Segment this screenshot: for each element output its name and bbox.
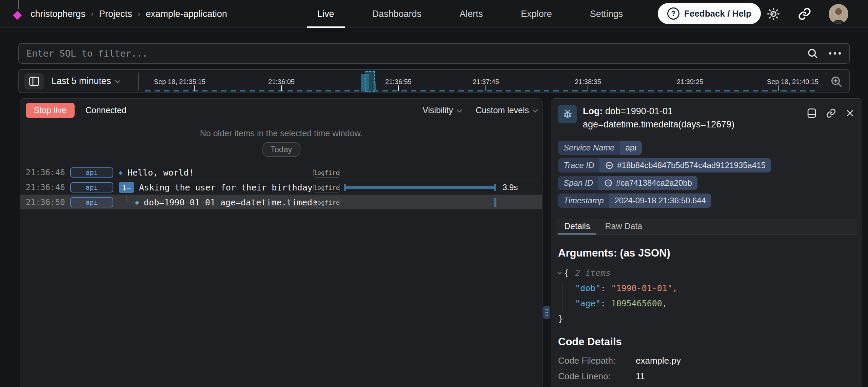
service-pill[interactable]: api: [70, 182, 113, 192]
empty-window-message: No older items in the selected time wind…: [20, 128, 542, 138]
user-avatar[interactable]: [829, 4, 848, 24]
code-lineno-value: 11: [636, 371, 645, 382]
span-duration-bar: [344, 186, 496, 189]
attr-service-name[interactable]: Service Name api: [558, 141, 642, 155]
log-diamond-icon: ◆: [135, 198, 139, 206]
timeline-selection[interactable]: [366, 71, 375, 92]
timeline-tick: 21:36:05: [268, 78, 295, 86]
code-filepath-label: Code Filepath:: [558, 355, 615, 366]
custom-levels-dropdown[interactable]: Custom levels: [476, 105, 537, 115]
tab-dashboards[interactable]: Dashboards: [353, 0, 441, 28]
more-options-icon[interactable]: [829, 52, 841, 55]
breadcrumb-project-name[interactable]: example-application: [146, 9, 227, 19]
tab-details[interactable]: Details: [558, 219, 596, 234]
log-message: Hello, world!: [127, 168, 194, 178]
zoom-in-icon[interactable]: [829, 74, 844, 89]
tab-raw-data[interactable]: Raw Data: [599, 219, 648, 234]
visibility-dropdown[interactable]: Visibility: [422, 105, 461, 115]
feedback-help-button[interactable]: ? Feedback / Help: [658, 3, 761, 24]
service-pill[interactable]: api: [70, 167, 113, 178]
breadcrumb-account[interactable]: christophergs: [31, 9, 85, 19]
panel-resize-handle[interactable]: [543, 306, 550, 319]
json-value: 1095465600,: [611, 299, 667, 308]
collapse-chevron-icon[interactable]: [557, 270, 562, 274]
breadcrumb-separator: ›: [138, 9, 140, 19]
copy-link-icon[interactable]: [826, 108, 836, 118]
live-panel-header: Stop live Connected Visibility Custom le…: [20, 99, 542, 122]
tab-explore[interactable]: Explore: [502, 0, 571, 28]
tab-settings[interactable]: Settings: [571, 0, 642, 28]
sql-filter-bar: [18, 43, 850, 64]
logfire-tag[interactable]: logfire: [313, 198, 340, 207]
sql-filter-input[interactable]: [26, 44, 800, 63]
log-row-hello-world[interactable]: 21:36:46 api ◆ Hello, world! logfire: [20, 165, 542, 180]
chevron-down-icon: [533, 107, 538, 113]
log-row-dob-selected[interactable]: 21:36:50 api ◆ dob=1990-01-01 age=dateti…: [20, 195, 542, 209]
question-circle-icon: ?: [667, 7, 679, 20]
log-diamond-icon: ◆: [119, 168, 123, 177]
breadcrumb: christophergs › Projects › example-appli…: [31, 0, 227, 28]
log-time: 21:36:46: [26, 165, 65, 180]
logfire-tag[interactable]: logfire: [313, 168, 340, 178]
log-message: Asking the user for their birthday: [139, 183, 313, 192]
stop-live-button[interactable]: Stop live: [26, 103, 75, 118]
live-view-panel: Stop live Connected Visibility Custom le…: [20, 98, 542, 387]
timeline-tick: 21:37:45: [473, 78, 499, 86]
tick-mark: [690, 85, 690, 91]
tick-mark: [778, 85, 779, 91]
arguments-heading: Arguments: (as JSON): [558, 247, 670, 259]
attr-trace-id[interactable]: Trace ID #18b84cb4847b5d574c4ad9121935a4…: [558, 158, 771, 172]
connection-status: Connected: [85, 105, 126, 115]
log-row-asking-birthday[interactable]: 21:36:46 api 1– Asking the user for thei…: [20, 180, 542, 195]
link-icon: [605, 161, 614, 170]
sidebar-toggle-icon[interactable]: [24, 73, 44, 89]
main-nav: Live Dashboards Alerts Explore Settings: [298, 0, 642, 28]
json-close-brace: }: [558, 314, 563, 324]
tab-live[interactable]: Live: [298, 0, 353, 28]
logfire-tag[interactable]: logfire: [313, 183, 340, 192]
attr-span-id[interactable]: Span ID #ca741384ca2a20bb: [558, 176, 697, 190]
time-range-dropdown[interactable]: Last 5 minutes: [52, 70, 119, 93]
log-timeline-tick: [494, 198, 496, 207]
tick-mark: [281, 85, 282, 91]
json-items-note: 2 items: [575, 268, 611, 278]
histogram-bar: [374, 83, 376, 91]
service-pill[interactable]: api: [70, 197, 113, 207]
share-link-icon[interactable]: [797, 6, 812, 22]
top-navigation-bar: ◆ christophergs › Projects › example-app…: [0, 0, 868, 28]
breadcrumb-projects[interactable]: Projects: [99, 9, 132, 19]
tick-mark: [588, 85, 588, 91]
json-key: "age": [575, 299, 600, 308]
attr-timestamp[interactable]: Timestamp 2024-09-18 21:36:50.644: [558, 194, 711, 208]
today-button[interactable]: Today: [262, 142, 300, 157]
tick-mark: [194, 85, 195, 91]
children-collapse-badge[interactable]: 1–: [119, 182, 134, 193]
json-key: "dob": [575, 283, 600, 293]
panel-layout-icon[interactable]: [807, 108, 816, 118]
tab-alerts[interactable]: Alerts: [440, 0, 502, 28]
timeline-tick: 21:36:55: [385, 78, 412, 86]
json-open-brace: {: [564, 268, 569, 278]
json-indent-guide: [563, 282, 563, 313]
close-icon[interactable]: [846, 109, 854, 118]
link-icon: [604, 179, 613, 187]
timeline-tick: 21:38:35: [575, 78, 601, 86]
log-time: 21:36:50: [26, 195, 65, 210]
breadcrumb-separator: ›: [91, 9, 94, 19]
debug-bug-icon: [558, 105, 577, 123]
code-details-heading: Code Details: [558, 336, 622, 348]
divider: [138, 73, 139, 90]
json-value: "1990-01-01",: [611, 283, 677, 293]
timeline-tick: 21:39:25: [677, 78, 703, 86]
details-tabs: Details Raw Data: [556, 219, 857, 235]
code-lineno-label: Code Lineno:: [558, 371, 611, 382]
log-details-panel: Log: dob=1990-01-01 age=datetime.timedel…: [551, 98, 862, 387]
theme-toggle-icon[interactable]: [766, 6, 781, 22]
chevron-down-icon: [115, 78, 120, 83]
tree-connector-line: [126, 195, 134, 202]
span-duration-label: 3.9s: [502, 180, 518, 195]
timeline-tick: Sep 18, 21:40:15: [767, 78, 818, 86]
search-icon[interactable]: [807, 47, 819, 60]
tick-mark: [398, 85, 399, 91]
tick-mark: [486, 85, 486, 91]
